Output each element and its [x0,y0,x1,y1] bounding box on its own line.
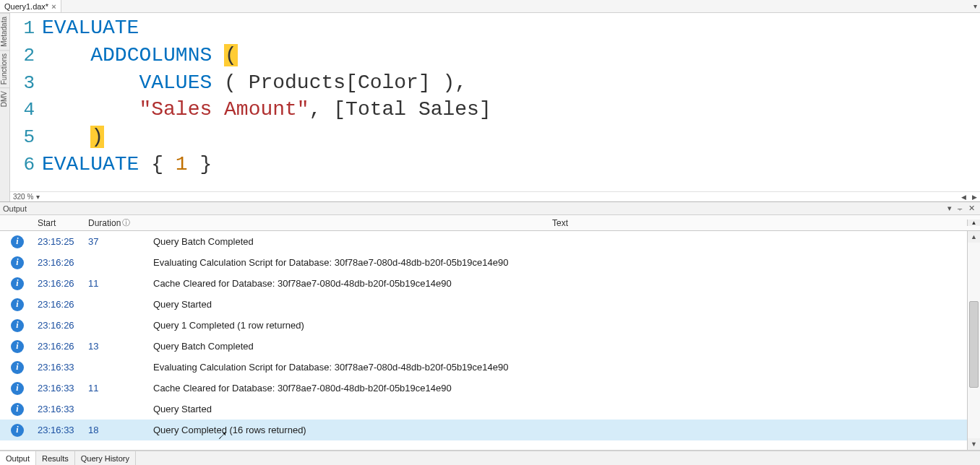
code-token [42,44,90,66]
output-panel: Start Duration ⓘ Text ▲ i23:15:2537Query… [0,215,980,451]
code-line[interactable]: 6EVALUATE { 1 } [10,151,980,178]
row-icon-cell: i [0,424,35,437]
code-content[interactable]: ADDCOLUMNS ( [42,42,238,69]
output-scrollbar[interactable]: ▲ ▼ [967,231,980,450]
scrollbar-thumb[interactable] [969,301,979,388]
code-token: , [Total Sales] [309,98,491,121]
output-row[interactable]: i23:15:2537Query Batch Completed [0,231,980,252]
row-text: Query 1 Completed (1 row returned) [150,320,980,331]
code-content[interactable]: EVALUATE [42,14,139,42]
panel-dropdown-icon[interactable]: ▾ [945,204,954,213]
row-start-time: 23:16:26 [35,299,85,310]
info-icon: i [11,235,24,248]
code-line[interactable]: 5 ) [10,123,980,151]
side-tab-dmv[interactable]: DMV [0,87,9,110]
code-line[interactable]: 1EVALUATE [10,14,980,42]
output-row[interactable]: i23:16:2613Query Batch Completed [0,336,980,357]
panel-close-icon[interactable]: ✕ [966,204,977,213]
row-start-time: 23:16:26 [35,341,85,352]
output-grid-header: Start Duration ⓘ Text ▲ [0,215,980,231]
code-line[interactable]: 3 VALUES ( Products[Color] ), [10,69,980,97]
zoom-bar: 320 % ▾ ◀ ▶ [10,191,980,201]
code-token [42,71,139,94]
code-content[interactable]: EVALUATE { 1 } [42,151,212,178]
row-text: Cache Cleared for Database: 30f78ae7-080… [150,383,980,394]
row-icon-cell: i [0,298,35,311]
scroll-right-icon[interactable]: ▶ [972,194,980,201]
output-grid-body[interactable]: i23:15:2537Query Batch Completedi23:16:2… [0,231,980,450]
scroll-left-icon[interactable]: ◀ [961,194,969,201]
line-number: 3 [10,71,42,96]
code-token: } [188,153,212,175]
row-text: Query Started [150,404,980,414]
bottom-tab-bar: Output Results Query History [0,451,980,465]
editor-region: Metadata Functions DMV 1EVALUATE2 ADDCOL… [0,13,980,202]
info-icon: i [11,298,24,311]
code-content[interactable]: VALUES ( Products[Color] ), [42,69,467,97]
info-icon: i [11,319,24,332]
row-icon-cell: i [0,403,35,416]
info-icon: i [11,361,24,374]
output-panel-title: Output [3,204,27,213]
row-duration: 13 [85,341,150,352]
row-text: Query Batch Completed [150,341,980,352]
code-editor[interactable]: 1EVALUATE2 ADDCOLUMNS (3 VALUES ( Produc… [10,13,980,201]
col-duration-header[interactable]: Duration ⓘ [85,217,150,228]
row-icon-cell: i [0,361,35,374]
close-icon[interactable]: × [51,2,56,11]
row-text: Query Completed (16 rows returned) [150,425,980,435]
row-text: Evaluating Calculation Script for Databa… [150,257,980,268]
code-token: { [139,153,175,175]
code-token: ADDCOLUMNS [90,44,212,66]
code-line[interactable]: 4 "Sales Amount", [Total Sales] [10,96,980,123]
col-start-header[interactable]: Start [35,218,85,228]
output-row[interactable]: i23:16:33Query Started [0,399,980,420]
zoom-dropdown-icon[interactable]: ▾ [36,193,40,201]
info-icon: i [11,277,24,290]
row-start-time: 23:16:33 [35,425,85,435]
file-tab[interactable]: Query1.dax* × [0,0,61,12]
side-tab-functions[interactable]: Functions [0,50,9,87]
row-icon-cell: i [0,382,35,395]
panel-pin-icon[interactable]: ⫟ [954,204,966,213]
tabbar-right-controls: ▾ [973,0,980,12]
scrollbar-track[interactable] [968,243,980,438]
scroll-up-header-icon[interactable]: ▲ [967,220,980,226]
info-icon: i [11,340,24,353]
code-content[interactable]: ) [42,123,104,151]
line-number: 6 [10,152,42,178]
dropdown-icon[interactable]: ▾ [973,2,977,10]
bottom-tab-results[interactable]: Results [36,451,75,465]
row-duration: 11 [85,278,150,289]
code-editor-body[interactable]: 1EVALUATE2 ADDCOLUMNS (3 VALUES ( Produc… [10,13,980,191]
info-icon: i [11,382,24,395]
row-icon-cell: i [0,340,35,353]
line-number: 1 [10,16,42,41]
output-row[interactable]: i23:16:26Query Started [0,294,980,315]
col-text-header[interactable]: Text [150,218,967,228]
left-vertical-tabs: Metadata Functions DMV [0,13,10,201]
row-icon-cell: i [0,319,35,332]
output-row[interactable]: i23:16:3318Query Completed (16 rows retu… [0,420,980,440]
code-token: EVALUATE [42,153,139,175]
bottom-tab-query-history[interactable]: Query History [75,451,136,465]
bottom-tab-output[interactable]: Output [0,451,36,465]
code-token: ( Products[Color] ), [212,71,467,94]
scrollbar-down-icon[interactable]: ▼ [968,438,980,450]
code-token: EVALUATE [42,17,139,39]
info-circle-icon: ⓘ [122,217,130,228]
code-content[interactable]: "Sales Amount", [Total Sales] [42,96,491,123]
output-row[interactable]: i23:16:2611Cache Cleared for Database: 3… [0,273,980,294]
output-row[interactable]: i23:16:33Evaluating Calculation Script f… [0,357,980,378]
output-row[interactable]: i23:16:26Query 1 Completed (1 row return… [0,315,980,336]
scrollbar-up-icon[interactable]: ▲ [968,231,980,243]
chevron-up-icon: ▲ [971,220,977,226]
code-token [212,44,224,66]
code-token [42,126,90,148]
output-row[interactable]: i23:16:3311Cache Cleared for Database: 3… [0,378,980,399]
side-tab-metadata[interactable]: Metadata [0,13,9,50]
info-icon: i [11,256,24,269]
output-row[interactable]: i23:16:26Evaluating Calculation Script f… [0,252,980,273]
zoom-label[interactable]: 320 % [13,193,33,201]
code-line[interactable]: 2 ADDCOLUMNS ( [10,42,980,69]
